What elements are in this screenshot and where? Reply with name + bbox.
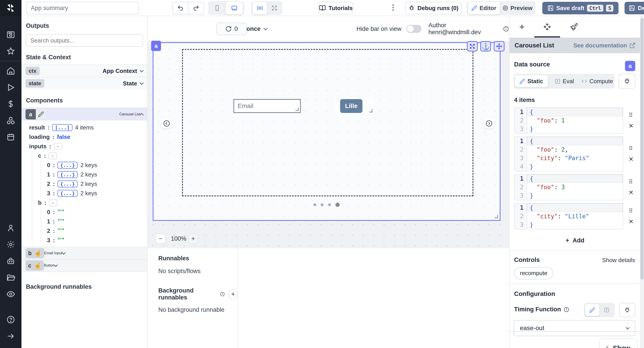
output-tree-row[interactable]: 1:"" — [22, 217, 147, 226]
button-component[interactable]: Lille — [340, 99, 362, 113]
hide-bar-toggle[interactable] — [406, 25, 422, 33]
tree-toggle-badge[interactable]: {...} — [58, 180, 78, 188]
timing-static-button[interactable] — [585, 304, 600, 316]
styling-show-button[interactable]: Show — [599, 338, 638, 348]
apps-icon[interactable] — [0, 26, 22, 43]
tree-toggle-badge[interactable]: - — [49, 199, 57, 206]
output-tree-row[interactable]: 1:{...}2 keys — [22, 170, 147, 179]
tree-toggle-badge[interactable]: - — [54, 143, 62, 150]
carousel-prev-button[interactable] — [162, 118, 172, 128]
carousel-container[interactable] — [182, 49, 474, 196]
undo-button[interactable] — [172, 2, 188, 14]
folders-icon[interactable] — [0, 269, 22, 286]
output-tree-row[interactable]: 3:"" — [22, 236, 147, 245]
drag-handle-icon[interactable]: ⠿ — [628, 112, 633, 119]
preview-tab[interactable]: Preview — [500, 2, 534, 14]
zoom-out-button[interactable]: − — [156, 234, 166, 244]
app-summary-input[interactable] — [26, 2, 139, 14]
save-draft-button[interactable]: Save draft Ctrl S — [542, 2, 618, 14]
styling-tab[interactable] — [567, 20, 581, 33]
state-row[interactable]: state State — [22, 77, 147, 90]
recompute-button[interactable]: recompute — [514, 267, 553, 279]
info-icon[interactable] — [503, 26, 509, 32]
output-tree-row[interactable]: b:- — [22, 198, 147, 207]
mode-static-button[interactable]: Static — [515, 75, 548, 88]
drag-handle-icon[interactable]: ⠿ — [628, 178, 633, 186]
email-input-component[interactable]: Email — [234, 99, 301, 113]
mobile-view-button[interactable] — [209, 2, 225, 14]
schedules-calendar-icon[interactable] — [0, 129, 22, 145]
delete-item-icon[interactable]: ✕ — [628, 156, 634, 163]
json-editor[interactable]: 1{2 "foo": 33} — [514, 174, 623, 200]
add-item-button[interactable]: + Add — [514, 237, 636, 244]
drag-handle-icon[interactable]: ⠿ — [628, 145, 633, 152]
resize-handle[interactable] — [495, 215, 498, 218]
move-component-button[interactable] — [494, 41, 504, 52]
windmill-logo[interactable] — [0, 0, 22, 16]
tree-toggle-badge[interactable]: - — [48, 152, 57, 159]
tree-toggle-badge[interactable]: {...} — [58, 171, 78, 178]
output-tree-row[interactable]: result:[...]4 items — [22, 123, 147, 132]
carousel-dot-active[interactable] — [336, 203, 340, 207]
workers-toolbox-icon[interactable] — [0, 253, 22, 269]
audit-eye-icon[interactable] — [0, 286, 22, 302]
expand-component-button[interactable] — [467, 41, 478, 52]
json-editor[interactable]: 1{2 "city": "Lille"3} — [514, 203, 623, 230]
editor-tab[interactable]: Editor — [468, 2, 500, 14]
carousel-dot[interactable] — [328, 203, 331, 206]
output-tree-row[interactable]: 3:{...}2 keys — [22, 188, 147, 198]
selected-component-tag[interactable]: a — [151, 41, 161, 51]
timing-eval-button[interactable] — [600, 304, 614, 316]
timing-function-select[interactable]: ease-out — [514, 320, 635, 336]
connect-plug-button[interactable] — [618, 74, 635, 88]
right-panel-scrollbar[interactable] — [640, 16, 644, 348]
output-tree-row[interactable]: c:- — [22, 151, 147, 160]
anchor-component-button[interactable]: ⚓ — [480, 41, 491, 52]
fullwidth-layout-button[interactable] — [268, 2, 281, 14]
more-menu-kebab-icon[interactable]: ⋮ — [390, 3, 397, 12]
add-background-runnable-button[interactable]: + — [228, 289, 238, 299]
frequency-dropdown[interactable]: once — [246, 22, 267, 35]
home-icon[interactable] — [0, 62, 22, 79]
favorites-star-icon[interactable] — [0, 43, 22, 60]
insert-component-tab[interactable]: + — [515, 20, 528, 33]
collapse-rail-arrow-icon[interactable] — [0, 328, 22, 344]
help-icon[interactable] — [0, 311, 22, 328]
see-documentation-link[interactable]: See documentation — [573, 42, 636, 49]
resources-cubes-icon[interactable] — [0, 112, 22, 129]
delete-item-icon[interactable]: ✕ — [628, 122, 634, 130]
timing-plug-button[interactable] — [619, 303, 635, 317]
tree-toggle-badge[interactable]: [...] — [52, 124, 72, 131]
delete-item-icon[interactable]: ✕ — [628, 218, 634, 225]
info-icon[interactable] — [220, 291, 225, 297]
component-row-email[interactable]: b☝ Email Input — [22, 247, 147, 259]
json-editor[interactable]: 1{2 "foo": 2,3 "city": "Paris"4} — [514, 136, 623, 171]
mode-eval-button[interactable]: Eval — [548, 75, 581, 88]
tree-toggle-badge[interactable]: {...} — [58, 162, 78, 169]
redo-button[interactable] — [188, 2, 204, 14]
ctx-row[interactable]: ctx App Context — [22, 64, 147, 77]
debug-runs-button[interactable]: Debug runs (0) — [405, 2, 462, 14]
runs-play-icon[interactable] — [0, 79, 22, 96]
component-row-button[interactable]: c☝ Button — [22, 259, 147, 272]
desktop-view-button[interactable] — [226, 2, 243, 14]
tree-toggle-badge[interactable]: {...} — [58, 190, 78, 197]
rename-pencil-icon[interactable] — [36, 109, 46, 120]
refresh-control[interactable]: 0 — [216, 22, 247, 35]
tutorials-button[interactable]: Tutorials — [318, 2, 353, 14]
show-details-link[interactable]: Show details — [602, 257, 635, 264]
search-outputs-input[interactable] — [26, 34, 143, 47]
scrollbar-thumb[interactable] — [640, 18, 644, 280]
carousel-next-button[interactable] — [484, 118, 494, 128]
settings-gear-icon[interactable] — [0, 236, 22, 253]
users-icon[interactable] — [0, 220, 22, 236]
center-layout-button[interactable] — [252, 2, 267, 14]
carousel-dot[interactable] — [313, 203, 316, 206]
component-settings-tab[interactable] — [540, 20, 554, 33]
output-tree-row[interactable]: inputs:- — [22, 142, 147, 151]
output-tree-row[interactable]: 0:{...}2 keys — [22, 160, 147, 170]
output-tree-row[interactable]: 2:"" — [22, 226, 147, 236]
drag-handle-icon[interactable]: ⠿ — [628, 208, 633, 214]
variables-dollar-icon[interactable] — [0, 96, 22, 112]
output-tree-row[interactable]: loading:false — [22, 132, 147, 142]
